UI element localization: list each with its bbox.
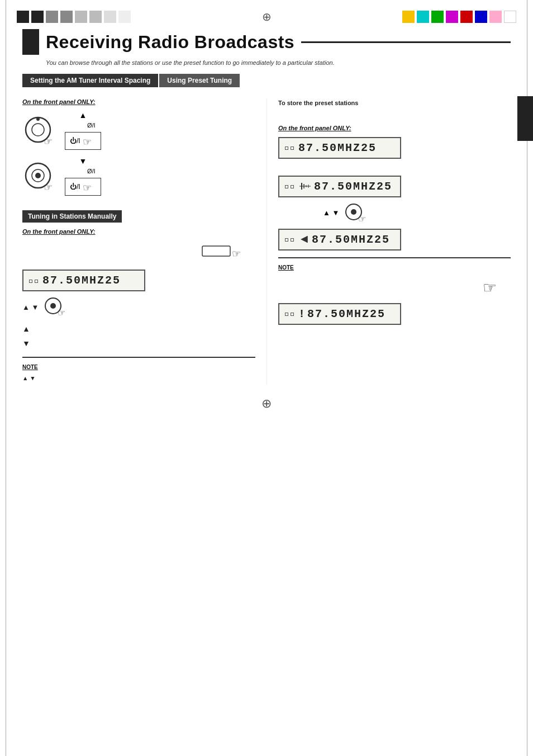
top-registration-bar: ⊕ — [0, 4, 533, 29]
preset-store-strong: To store the preset stations — [278, 100, 358, 106]
reg-block-2 — [31, 11, 44, 23]
preset-note-section: NOTE — [278, 257, 511, 272]
am-knob-svg-1: ☞ — [22, 114, 56, 148]
preset-arrow-label: ▲ ▼ — [323, 209, 339, 217]
down-arrow-sym: ▼ — [22, 339, 30, 348]
display-dot-1a — [29, 280, 32, 283]
tuning-step-desc: ▲ ▼ — [22, 323, 255, 350]
am-step1-controls: ▲ Ø/I ⏻/I ☞ — [65, 111, 101, 151]
tab-preset-tuning[interactable]: Using Preset Tuning — [159, 74, 240, 87]
tuning-manually-header: Tuning in Stations Manually — [22, 210, 122, 223]
preset-hand-knob: ▲ ▼ ☞ — [278, 202, 511, 224]
am-step1-up-arrow: ▲ — [79, 111, 87, 120]
am-power-btn-2[interactable]: ⏻/I ☞ — [65, 178, 101, 196]
tuning-arrow-row: ▲ ▼ ☞ — [22, 296, 255, 318]
preset-dot-3a — [285, 238, 288, 242]
tuning-down-desc: ▼ — [22, 337, 255, 349]
tuning-up-down-arrows: ▲ ▼ — [22, 303, 39, 311]
color-block-cyan — [417, 11, 429, 23]
color-block-green — [431, 11, 444, 23]
preset-indicators-4 — [285, 311, 294, 316]
reg-marks-right — [402, 11, 516, 23]
crosshair-top: ⊕ — [262, 10, 272, 23]
am-step1-diagram: ☞ ▲ Ø/I ⏻/I ☞ — [22, 111, 255, 151]
am-front-panel-label: On the front panel ONLY: — [22, 98, 255, 105]
preset-note-hand: ☞ — [278, 276, 505, 299]
main-content: Receiving Radio Broadcasts You can brows… — [0, 29, 533, 439]
preset-display-box-1: 87.50MHZ25 — [278, 137, 401, 159]
am-step2-controls: ▼ Ø/I ⏻/I ☞ — [65, 157, 101, 197]
preset-dot-1a — [285, 147, 288, 150]
preset-dot-4a — [285, 313, 288, 316]
reg-block-7 — [104, 11, 116, 23]
reg-block-4 — [60, 11, 73, 23]
tuning-front-panel-label: On the front panel ONLY: — [22, 228, 255, 235]
color-block-red — [460, 11, 473, 23]
power-symbol-2: ⏻/I — [70, 183, 80, 191]
am-step2-power-label: Ø/I — [87, 168, 96, 174]
tuning-up-desc: ▲ — [22, 323, 255, 335]
column-right: To store the preset stations On the fron… — [266, 98, 511, 385]
svg-point-1 — [32, 124, 44, 136]
power-symbol-1: ⏻/I — [70, 137, 80, 145]
svg-point-21 — [351, 209, 356, 215]
svg-text:☞: ☞ — [232, 248, 241, 259]
tuning-symbol-svg — [298, 181, 312, 192]
preset-display-box-4: ! 87.50MHZ25 — [278, 303, 401, 325]
preset-front-panel-label: On the front panel ONLY: — [278, 125, 511, 131]
reg-block-3 — [46, 11, 58, 23]
reg-marks-left — [17, 11, 131, 23]
preset-number-icon: ! — [298, 308, 305, 320]
column-left: On the front panel ONLY: ☞ ▲ Ø/I — [22, 98, 266, 385]
preset-indicators-1 — [285, 145, 294, 150]
svg-text:☞: ☞ — [58, 308, 65, 318]
preset-display-box-3: 87.50MHZ25 — [278, 229, 401, 251]
preset-display-freq-3: 87.50MHZ25 — [312, 233, 390, 246]
am-step1-power-label: Ø/I — [87, 122, 96, 129]
am-step2-diagram: ☞ ▼ Ø/I ⏻/I ☞ — [22, 157, 255, 197]
am-step2-down-arrow: ▼ — [79, 157, 87, 166]
title-line — [301, 41, 511, 43]
preset-indicators-2 — [285, 184, 294, 188]
preset-display-box-2: 87.50MHZ25 — [278, 176, 401, 197]
preset-dot-2a — [285, 185, 288, 188]
preset-dot-4b — [291, 313, 294, 316]
preset-indicators-3 — [285, 237, 294, 242]
am-power-btn-1[interactable]: ⏻/I ☞ — [65, 132, 101, 150]
tuning-note-section: NOTE ▲ ▼ — [22, 357, 255, 383]
reg-block-5 — [75, 11, 87, 23]
svg-text:☞: ☞ — [83, 136, 92, 148]
tuning-button-svg: ☞ — [199, 240, 244, 263]
tuning-note-label: NOTE — [22, 364, 38, 370]
tab-am-tuner[interactable]: Setting the AM Tuner Interval Spacing — [22, 74, 158, 87]
svg-text:☞: ☞ — [44, 182, 53, 193]
tuning-knob-svg: ☞ — [43, 296, 65, 318]
up-arrow-sym: ▲ — [22, 324, 30, 333]
title-accent-block — [22, 29, 39, 55]
preset-display-freq-2: 87.50MHZ25 — [314, 180, 392, 193]
right-section-tab — [517, 96, 533, 141]
color-block-magenta — [446, 11, 458, 23]
page-title: Receiving Radio Broadcasts — [46, 32, 294, 53]
reg-block-6 — [89, 11, 102, 23]
tuning-note-arrow-sym: ▲ ▼ — [22, 375, 36, 381]
color-block-blue — [475, 11, 487, 23]
svg-point-13 — [50, 303, 56, 309]
hand-svg-1: ☞ — [83, 134, 96, 148]
svg-text:☞: ☞ — [44, 136, 53, 147]
tuning-display-box-1: 87.50MHZ25 — [22, 270, 145, 291]
preset-dot-1b — [291, 147, 294, 150]
color-block-pink — [489, 11, 502, 23]
preset-dot-2b — [291, 185, 294, 188]
preset-note-label: NOTE — [278, 264, 294, 271]
title-section: Receiving Radio Broadcasts — [22, 29, 511, 55]
display-dot-1b — [35, 280, 38, 283]
tuning-hand-diagram: ☞ — [22, 240, 244, 265]
svg-text:☞: ☞ — [83, 182, 92, 193]
preset-hand-svg: ☞ — [483, 276, 505, 296]
preset-display-freq-4: 87.50MHZ25 — [307, 308, 386, 320]
preset-arrow-sym-svg — [298, 234, 310, 245]
section-headers: Setting the AM Tuner Interval Spacing Us… — [22, 74, 511, 87]
preset-dot-3b — [291, 238, 294, 242]
tuning-note-arrows: ▲ ▼ — [22, 374, 255, 383]
